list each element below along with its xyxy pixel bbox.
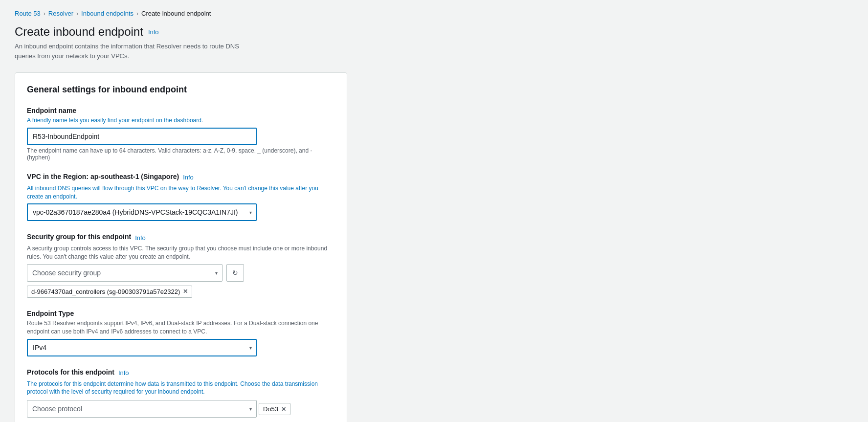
endpoint-name-validation-hint: The endpoint name can have up to 64 char… bbox=[27, 147, 335, 161]
endpoint-type-label: Endpoint Type bbox=[27, 310, 335, 317]
page-description: An inbound endpoint contains the informa… bbox=[15, 42, 259, 61]
vpc-select-wrapper: vpc-02a3670187ae280a4 (HybridDNS-VPCStac… bbox=[27, 203, 257, 221]
vpc-label: VPC in the Region: ap-southeast-1 (Singa… bbox=[27, 173, 179, 180]
general-settings-title: General settings for inbound endpoint bbox=[27, 85, 335, 95]
endpoint-type-hint: Route 53 Resolver endpoints support IPv4… bbox=[27, 319, 335, 336]
security-group-select[interactable]: Choose security group bbox=[27, 264, 223, 282]
protocol-tag-close[interactable]: ✕ bbox=[281, 406, 286, 412]
protocols-group: Protocols for this endpoint Info The pro… bbox=[27, 368, 335, 418]
page-title-row: Create inbound endpoint Info bbox=[15, 25, 853, 39]
security-group-tag-close[interactable]: ✕ bbox=[183, 289, 188, 294]
endpoint-type-select[interactable]: IPv4 IPv6 Dual-stack bbox=[27, 339, 257, 356]
security-group-hint: A security group controls access to this… bbox=[27, 244, 335, 261]
endpoint-name-label: Endpoint name bbox=[27, 107, 335, 114]
vpc-hint: All inbound DNS queries will flow throug… bbox=[27, 184, 335, 201]
breadcrumb-sep-1: › bbox=[44, 10, 45, 17]
endpoint-name-hint: A friendly name lets you easily find you… bbox=[27, 116, 335, 125]
protocols-label: Protocols for this endpoint bbox=[27, 368, 114, 376]
security-group-select-wrapper: Choose security group ▾ bbox=[27, 264, 223, 282]
protocol-select[interactable]: Choose protocol Do53 DoH bbox=[27, 400, 257, 418]
page-title: Create inbound endpoint bbox=[15, 25, 143, 39]
protocols-label-row: Protocols for this endpoint Info bbox=[27, 368, 335, 378]
endpoint-name-input[interactable] bbox=[27, 128, 257, 145]
security-group-group: Security group for this endpoint Info A … bbox=[27, 233, 335, 298]
endpoint-type-group: Endpoint Type Route 53 Resolver endpoint… bbox=[27, 310, 335, 356]
vpc-select[interactable]: vpc-02a3670187ae280a4 (HybridDNS-VPCStac… bbox=[27, 203, 257, 221]
security-group-info-link[interactable]: Info bbox=[135, 234, 146, 242]
breadcrumb-inbound-endpoints[interactable]: Inbound endpoints bbox=[81, 10, 134, 17]
breadcrumb-sep-3: › bbox=[136, 10, 138, 17]
breadcrumb-sep-2: › bbox=[76, 10, 78, 17]
protocol-tag: Do53 ✕ bbox=[259, 403, 290, 415]
refresh-icon: ↻ bbox=[232, 269, 238, 277]
security-group-tag: d-96674370ad_controllers (sg-090303791a5… bbox=[27, 286, 192, 298]
protocols-hint: The protocols for this endpoint determin… bbox=[27, 380, 335, 397]
breadcrumb-resolver[interactable]: Resolver bbox=[48, 10, 73, 17]
page-info-link[interactable]: Info bbox=[148, 28, 159, 36]
breadcrumb-route53[interactable]: Route 53 bbox=[15, 10, 41, 17]
vpc-label-row: VPC in the Region: ap-southeast-1 (Singa… bbox=[27, 173, 335, 182]
protocol-select-wrapper: Choose protocol Do53 DoH ▾ bbox=[27, 400, 257, 418]
security-group-refresh-button[interactable]: ↻ bbox=[226, 264, 244, 282]
security-group-select-row: Choose security group ▾ ↻ bbox=[27, 264, 335, 282]
vpc-group: VPC in the Region: ap-southeast-1 (Singa… bbox=[27, 173, 335, 222]
protocol-tag-label: Do53 bbox=[263, 405, 278, 413]
security-group-label: Security group for this endpoint bbox=[27, 233, 131, 241]
breadcrumb-current: Create inbound endpoint bbox=[141, 10, 211, 17]
breadcrumb: Route 53 › Resolver › Inbound endpoints … bbox=[15, 10, 853, 17]
security-group-tag-label: d-96674370ad_controllers (sg-090303791a5… bbox=[31, 288, 180, 295]
endpoint-type-select-wrapper: IPv4 IPv6 Dual-stack ▾ bbox=[27, 339, 257, 356]
general-settings-card: General settings for inbound endpoint En… bbox=[15, 72, 347, 422]
vpc-info-link[interactable]: Info bbox=[183, 174, 194, 181]
endpoint-name-group: Endpoint name A friendly name lets you e… bbox=[27, 107, 335, 161]
security-group-label-row: Security group for this endpoint Info bbox=[27, 233, 335, 243]
protocols-info-link[interactable]: Info bbox=[118, 369, 129, 377]
